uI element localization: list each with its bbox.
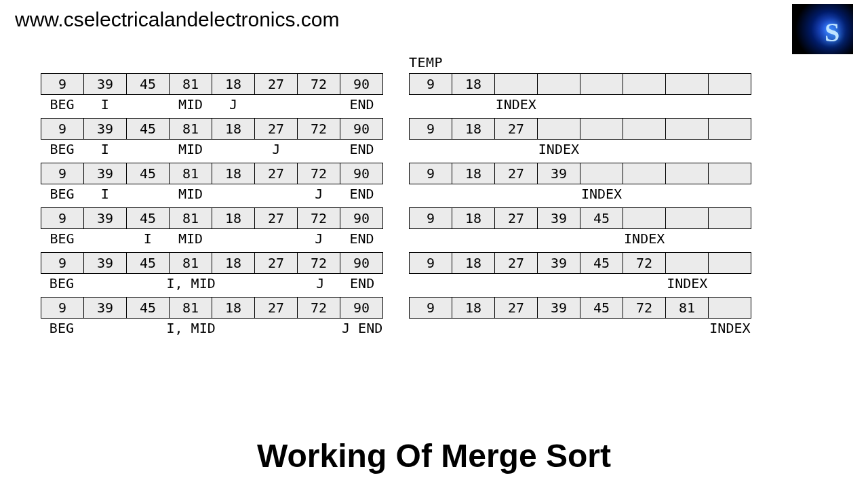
temp-cell: 81 — [666, 298, 709, 318]
source-label: MID — [169, 96, 212, 114]
temp-label — [494, 230, 537, 248]
source-cell: 9 — [41, 163, 84, 184]
source-label — [255, 96, 298, 114]
source-cell: 39 — [84, 253, 127, 273]
temp-cell: 18 — [452, 119, 495, 139]
temp-label — [580, 275, 623, 293]
temp-label: INDEX — [537, 141, 580, 159]
source-label: I — [126, 230, 169, 248]
source-label — [83, 320, 125, 338]
source-column: 939458118277290BEGI, MIDJEND — [41, 252, 383, 293]
temp-cell: 27 — [495, 119, 538, 139]
temp-labels: INDEX — [409, 186, 751, 203]
source-label: BEG — [41, 141, 83, 159]
temp-label — [452, 275, 494, 293]
temp-cells: 918273945 — [409, 207, 751, 229]
temp-label — [409, 320, 452, 338]
temp-label — [452, 186, 494, 203]
temp-cell: 27 — [495, 298, 538, 318]
source-cell: 27 — [255, 298, 298, 318]
source-label: BEG — [41, 275, 83, 293]
source-label: END — [340, 96, 383, 114]
source-label: END — [340, 141, 383, 159]
source-label — [83, 275, 125, 293]
source-cell: 90 — [340, 74, 382, 94]
source-cell: 18 — [212, 298, 255, 318]
temp-cell: 18 — [452, 298, 495, 318]
source-cell: 81 — [170, 208, 212, 228]
temp-cell — [623, 208, 666, 228]
temp-cell — [666, 163, 709, 184]
temp-label — [580, 230, 623, 248]
source-cell: 90 — [340, 253, 382, 273]
temp-label — [537, 320, 580, 338]
temp-cells: 91827394572 — [409, 252, 751, 274]
temp-label — [537, 275, 580, 293]
temp-cell: 27 — [495, 253, 538, 273]
source-column: 939458118277290BEGIMIDJEND — [41, 118, 383, 159]
temp-label — [452, 141, 494, 159]
temp-cell — [623, 163, 666, 184]
source-cell: 39 — [84, 298, 127, 318]
logo-glow: S — [792, 4, 853, 54]
source-cells: 939458118277290 — [41, 73, 383, 95]
source-label — [126, 96, 169, 114]
source-cell: 45 — [127, 74, 170, 94]
temp-cell: 72 — [623, 298, 666, 318]
temp-cell — [580, 119, 623, 139]
source-cell: 45 — [127, 253, 170, 273]
temp-cell — [580, 74, 623, 94]
source-label: I — [83, 96, 126, 114]
source-cells: 939458118277290 — [41, 207, 383, 229]
source-cells: 939458118277290 — [41, 297, 383, 319]
temp-label: INDEX — [580, 186, 623, 203]
source-cell: 27 — [255, 119, 298, 139]
temp-label — [537, 96, 580, 114]
source-label — [216, 275, 258, 293]
temp-label — [452, 230, 494, 248]
source-label — [258, 275, 300, 293]
temp-cell — [709, 119, 751, 139]
temp-cells: 918 — [409, 73, 751, 95]
source-label: BEG — [41, 320, 83, 338]
temp-label: INDEX — [666, 275, 709, 293]
temp-cell — [666, 253, 709, 273]
source-label — [255, 186, 298, 203]
source-cells: 939458118277290 — [41, 118, 383, 140]
temp-label — [409, 186, 452, 203]
source-cell: 81 — [170, 298, 212, 318]
source-cell: 81 — [170, 253, 212, 273]
temp-labels: INDEX — [409, 320, 751, 338]
page-title: Working Of Merge Sort — [0, 437, 868, 474]
source-label: J — [255, 141, 298, 159]
source-cell: 18 — [212, 208, 255, 228]
source-label: END — [340, 230, 383, 248]
source-cell: 72 — [298, 119, 340, 139]
source-cell: 18 — [212, 119, 255, 139]
source-cell: 90 — [340, 298, 382, 318]
source-cell: 27 — [255, 163, 298, 184]
temp-label: INDEX — [709, 320, 751, 338]
temp-label — [494, 320, 537, 338]
temp-cells: 9182739457281 — [409, 297, 751, 319]
temp-label — [537, 230, 580, 248]
source-label: BEG — [41, 186, 83, 203]
temp-label — [623, 186, 666, 203]
temp-cell: 18 — [452, 253, 495, 273]
temp-cell: 27 — [495, 208, 538, 228]
temp-column: 91827INDEX — [409, 118, 751, 159]
source-cell: 18 — [212, 74, 255, 94]
temp-cell — [709, 74, 751, 94]
source-labels: BEGIMIDJEND — [41, 230, 383, 248]
source-cell: 18 — [212, 163, 255, 184]
source-cell: 18 — [212, 253, 255, 273]
temp-label — [409, 141, 452, 159]
source-label: J — [299, 275, 341, 293]
temp-cell — [623, 74, 666, 94]
temp-cell: 39 — [538, 253, 580, 273]
temp-cell: 18 — [452, 74, 495, 94]
merge-step: 939458118277290BEGIMIDJEND9182739INDEX — [41, 163, 827, 203]
source-cell: 72 — [298, 74, 340, 94]
temp-cell: 9 — [410, 298, 452, 318]
temp-label — [537, 186, 580, 203]
